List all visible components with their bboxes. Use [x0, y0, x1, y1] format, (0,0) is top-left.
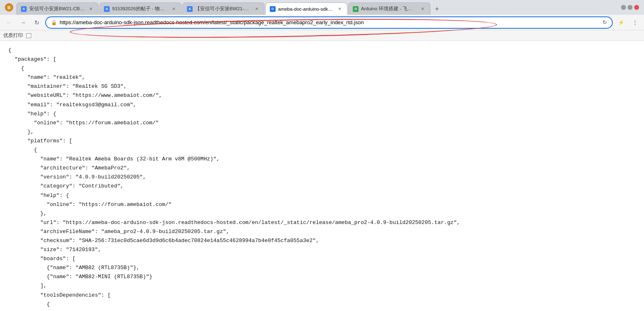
- json-line-7: "email": "realteksgsd3@gmail.com",: [8, 101, 636, 110]
- tab-label-3: 【安信可小安派BW21-CBV-Kit】...: [195, 6, 251, 12]
- json-line-2: "packages": [: [8, 55, 636, 64]
- json-line-29: "toolsDependencies": [: [8, 291, 636, 300]
- tab-label-1: 安信可小安派BW21-CBV-Kit 开始...: [29, 6, 85, 12]
- browser-icon-area: B: [2, 3, 16, 11]
- json-content-area: { "packages": [ { "name": "realtek", "ma…: [0, 41, 644, 311]
- browser-window: B A 安信可小安派BW21-CBV-Kit 开始... ✕ A 9153920…: [0, 0, 644, 311]
- json-line-8: "help": {: [8, 110, 636, 119]
- json-line-28: ],: [8, 281, 636, 290]
- json-line-21: "url": "https://ameba-doc-arduino-sdk-js…: [8, 218, 636, 227]
- json-line-30: {: [8, 300, 636, 309]
- browser-logo: B: [5, 3, 13, 11]
- new-tab-button[interactable]: +: [431, 3, 443, 15]
- json-line-14: "name": "Realtek Ameba Boards (32-bit Ar…: [8, 155, 636, 164]
- json-line-18: "help": {: [8, 191, 636, 200]
- json-line-24: "size": "71420193",: [8, 245, 636, 254]
- tab-close-4[interactable]: ✕: [336, 6, 343, 12]
- tab-2[interactable]: A 915392026的帖子 - 物联网开发主... ✕: [99, 2, 182, 15]
- address-bar-wrapper: 🔒 ↻: [45, 16, 613, 29]
- json-line-12: "platforms": [: [8, 137, 636, 146]
- json-line-1: {: [8, 46, 636, 55]
- tab-3[interactable]: A 【安信可小安派BW21-CBV-Kit】... ✕: [182, 2, 264, 15]
- maximize-button[interactable]: [628, 5, 632, 10]
- tab-5[interactable]: G Arduino 环境搭建 - 飞书云文... ✕: [348, 2, 430, 15]
- json-line-23: "checksum": "SHA-256:731ec0d5cae6d3d9d6c…: [8, 236, 636, 245]
- address-input[interactable]: [60, 19, 600, 25]
- tab-label-5: Arduino 环境搭建 - 飞书云文...: [361, 6, 417, 12]
- json-line-6: "websiteURL": "https://www.amebaiot.com/…: [8, 91, 636, 100]
- extensions-button[interactable]: ⚡: [615, 17, 627, 28]
- tab-close-5[interactable]: ✕: [419, 6, 426, 12]
- tab-favicon-5: G: [353, 6, 359, 12]
- tab-close-2[interactable]: ✕: [170, 6, 177, 12]
- tab-4[interactable]: D ameba-doc-arduino-sdk-json.rea... ✕: [265, 2, 347, 15]
- tab-1[interactable]: A 安信可小安派BW21-CBV-Kit 开始... ✕: [16, 2, 99, 15]
- json-line-5: "maintainer": "Realtek SG SD3",: [8, 82, 636, 91]
- settings-button[interactable]: ⋮: [629, 17, 641, 28]
- address-bar-row: ← → ↻ 🔒 ↻ ⚡ ⋮: [0, 15, 644, 30]
- title-bar: B A 安信可小安派BW21-CBV-Kit 开始... ✕ A 9153920…: [0, 0, 644, 15]
- tab-favicon-1: A: [21, 6, 27, 12]
- json-line-19: "online": "https://forum.amebaiot.com/": [8, 200, 636, 209]
- json-line-13: {: [8, 146, 636, 155]
- tab-close-1[interactable]: ✕: [87, 6, 94, 12]
- tabs-bar: A 安信可小安派BW21-CBV-Kit 开始... ✕ A 915392026…: [16, 0, 621, 15]
- lock-icon: 🔒: [51, 20, 57, 25]
- refresh-button[interactable]: ↻: [31, 17, 43, 28]
- tab-favicon-2: A: [104, 6, 110, 12]
- json-line-27: {"name": "AMB82-MINI (RTL8735B)"}: [8, 272, 636, 281]
- back-button[interactable]: ←: [3, 17, 15, 28]
- tab-label-2: 915392026的帖子 - 物联网开发主...: [112, 6, 168, 12]
- svg-text:B: B: [8, 6, 11, 10]
- json-line-3: {: [8, 64, 636, 73]
- json-line-4: "name": "realtek",: [8, 73, 636, 82]
- quality-print-label: 优质打印: [3, 32, 23, 39]
- json-line-17: "category": "Contributed",: [8, 182, 636, 191]
- toolbar-row: 优质打印: [0, 30, 644, 41]
- tab-favicon-4: D: [270, 6, 276, 12]
- refresh-icon-right[interactable]: ↻: [603, 19, 607, 25]
- json-line-20: },: [8, 209, 636, 218]
- json-line-31: "packager": "realtek",: [8, 309, 636, 311]
- json-line-15: "architecture": "AmebaPro2",: [8, 164, 636, 173]
- json-line-22: "archiveFileName": "ameba_pro2-4.0.9-bui…: [8, 227, 636, 236]
- tab-favicon-3: A: [187, 6, 193, 12]
- json-line-25: "boards": [: [8, 254, 636, 263]
- minimize-button[interactable]: [621, 5, 626, 10]
- json-line-10: },: [8, 128, 636, 137]
- quality-print-checkbox[interactable]: [26, 33, 31, 38]
- window-controls: [621, 5, 642, 10]
- tab-close-3[interactable]: ✕: [253, 6, 260, 12]
- json-line-9: "online": "https://forum.amebaiot.com/": [8, 119, 636, 128]
- close-button[interactable]: [634, 5, 639, 10]
- forward-button[interactable]: →: [17, 17, 29, 28]
- tab-label-4: ameba-doc-arduino-sdk-json.rea...: [278, 7, 334, 11]
- json-line-26: {"name": "AMB82 (RTL8735B)"},: [8, 263, 636, 272]
- json-line-16: "version": "4.0.9-build20250205",: [8, 173, 636, 182]
